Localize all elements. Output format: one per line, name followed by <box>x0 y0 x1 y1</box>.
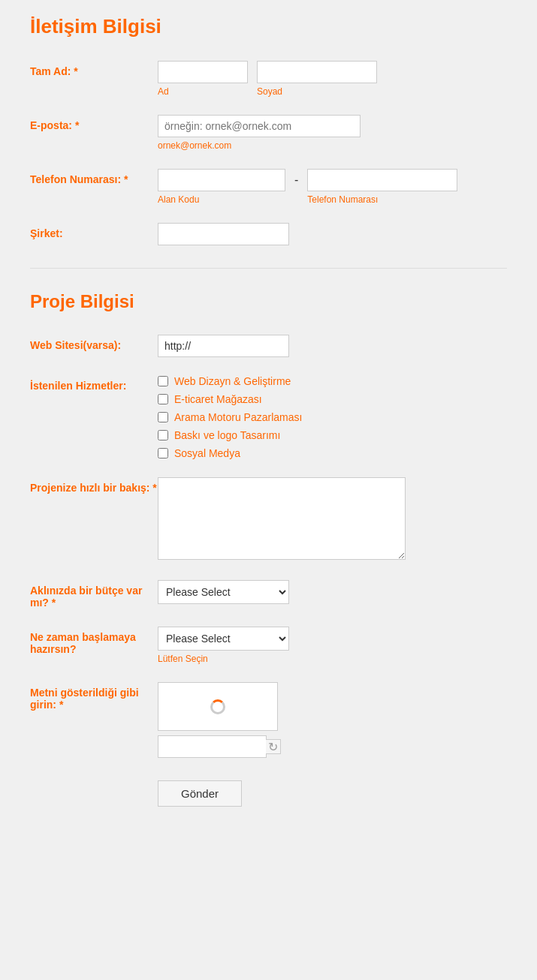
website-field-group <box>158 335 507 357</box>
start-row: Ne zaman başlamaya hazırsın? Please Sele… <box>30 627 507 664</box>
service-checkbox-2[interactable] <box>158 412 168 422</box>
service-item-3: Baskı ve logo Tasarımı <box>158 429 507 441</box>
start-label: Ne zaman başlamaya hazırsın? <box>30 627 158 655</box>
phone-number-group: Telefon Numarası <box>307 169 457 205</box>
area-code-sublabel: Alan Kodu <box>158 194 285 205</box>
service-item-1: E-ticaret Mağazası <box>158 393 507 405</box>
first-name-group: Ad <box>158 61 248 97</box>
email-row: E-posta: * ornek@ornek.com <box>30 115 507 151</box>
email-input[interactable] <box>158 115 361 137</box>
budget-row: Aklınızda bir bütçe var mı? * Please Sel… <box>30 580 507 609</box>
company-row: Şirket: <box>30 223 507 245</box>
captcha-image <box>158 682 278 731</box>
website-label: Web Sitesi(varsa): <box>30 335 158 351</box>
service-checkbox-3[interactable] <box>158 430 168 440</box>
service-label-2: Arama Motoru Pazarlaması <box>174 411 302 423</box>
full-name-row: Tam Ad: * Ad Soyad <box>30 61 507 97</box>
start-select[interactable]: Please Select <box>158 627 289 651</box>
last-name-sublabel: Soyad <box>257 86 377 97</box>
services-label: İstenilen Hizmetler: <box>30 375 158 392</box>
phone-number-input[interactable] <box>307 169 457 191</box>
start-field-group: Please Select Lütfen Seçin <box>158 627 507 664</box>
first-name-input[interactable] <box>158 61 248 83</box>
overview-field-group <box>158 477 507 562</box>
services-checkboxes: Web Dizayn & Geliştirme E-ticaret Mağaza… <box>158 375 507 459</box>
phone-row: Telefon Numarası: * Alan Kodu - Telefon … <box>30 169 507 205</box>
phone-fields: Alan Kodu - Telefon Numarası <box>158 169 507 205</box>
captcha-container: ↻ <box>158 682 507 758</box>
area-code-input[interactable] <box>158 169 285 191</box>
last-name-group: Soyad <box>257 61 377 97</box>
service-item-4: Sosyal Medya <box>158 447 507 459</box>
submit-button[interactable]: Gönder <box>158 780 242 807</box>
captcha-input-row: ↻ <box>158 735 507 758</box>
website-row: Web Sitesi(varsa): <box>30 335 507 357</box>
first-name-sublabel: Ad <box>158 86 248 97</box>
project-section-title: Proje Bilgisi <box>30 291 507 312</box>
area-code-group: Alan Kodu <box>158 169 285 205</box>
service-checkbox-0[interactable] <box>158 376 168 386</box>
section-divider <box>30 268 507 269</box>
email-sublabel: ornek@ornek.com <box>158 140 507 151</box>
start-sublabel: Lütfen Seçin <box>158 654 507 664</box>
company-input[interactable] <box>158 223 289 245</box>
captcha-field-group: ↻ <box>158 682 507 758</box>
service-checkbox-1[interactable] <box>158 394 168 404</box>
service-checkbox-4[interactable] <box>158 448 168 458</box>
captcha-label: Metni gösterildiği gibi girin: * <box>30 682 158 711</box>
company-field-group <box>158 223 507 245</box>
submit-row: Gönder <box>30 780 507 807</box>
captcha-spinner <box>210 699 225 714</box>
contact-section: Tam Ad: * Ad Soyad E-posta: * ornek@orne… <box>30 61 507 245</box>
service-item-2: Arama Motoru Pazarlaması <box>158 411 507 423</box>
company-label: Şirket: <box>30 223 158 239</box>
service-label-0: Web Dizayn & Geliştirme <box>174 375 291 387</box>
phone-separator: - <box>294 169 298 205</box>
budget-field-group: Please Select <box>158 580 507 604</box>
captcha-row: Metni gösterildiği gibi girin: * ↻ <box>30 682 507 758</box>
services-field-group: Web Dizayn & Geliştirme E-ticaret Mağaza… <box>158 375 507 459</box>
service-label-1: E-ticaret Mağazası <box>174 393 262 405</box>
phone-label: Telefon Numarası: * <box>30 169 158 185</box>
services-row: İstenilen Hizmetler: Web Dizayn & Gelişt… <box>30 375 507 459</box>
phone-number-sublabel: Telefon Numarası <box>307 194 457 205</box>
last-name-input[interactable] <box>257 61 377 83</box>
email-label: E-posta: * <box>30 115 158 131</box>
captcha-refresh-icon[interactable]: ↻ <box>266 739 281 754</box>
contact-section-title: İletişim Bilgisi <box>30 15 507 38</box>
website-input[interactable] <box>158 335 289 357</box>
budget-label: Aklınızda bir bütçe var mı? * <box>30 580 158 609</box>
project-section: Web Sitesi(varsa): İstenilen Hizmetler: … <box>30 335 507 758</box>
service-label-3: Baskı ve logo Tasarımı <box>174 429 280 441</box>
full-name-label: Tam Ad: * <box>30 61 158 77</box>
overview-row: Projenize hızlı bir bakış: * <box>30 477 507 562</box>
email-field-group: ornek@ornek.com <box>158 115 507 151</box>
overview-textarea[interactable] <box>158 477 406 560</box>
overview-label: Projenize hızlı bir bakış: * <box>30 477 158 494</box>
full-name-fields: Ad Soyad <box>158 61 507 97</box>
budget-select[interactable]: Please Select <box>158 580 289 604</box>
service-item-0: Web Dizayn & Geliştirme <box>158 375 507 387</box>
service-label-4: Sosyal Medya <box>174 447 240 459</box>
captcha-text-input[interactable] <box>158 735 267 758</box>
